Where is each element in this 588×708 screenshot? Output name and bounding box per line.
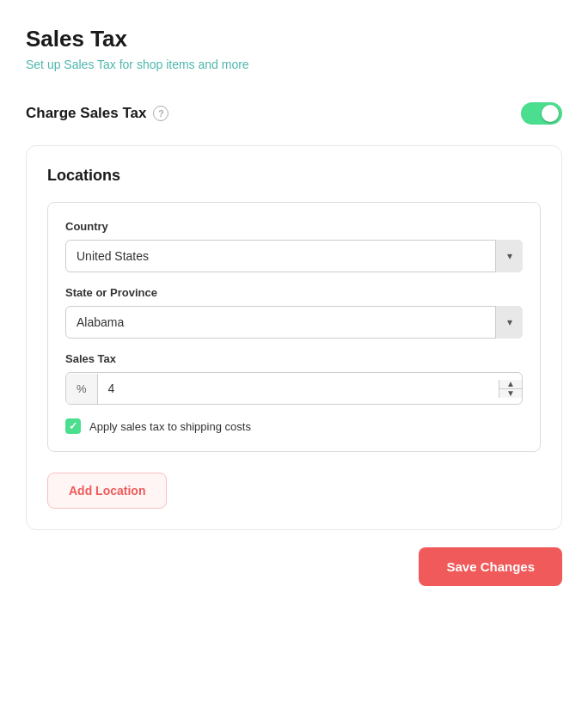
spinner-down-button[interactable]: ▼ (499, 389, 522, 398)
apply-shipping-checkbox[interactable] (65, 418, 81, 434)
tax-input[interactable] (98, 373, 499, 404)
apply-shipping-row: Apply sales tax to shipping costs (65, 418, 523, 434)
charge-tax-label: Charge Sales Tax ? (26, 105, 168, 122)
locations-card: Locations Country United States Canada U… (26, 145, 562, 530)
spinner-buttons: ▲ ▼ (499, 380, 522, 398)
charge-tax-toggle[interactable] (521, 102, 562, 125)
sales-tax-input-wrapper: % ▲ ▼ (65, 372, 523, 405)
state-select-wrapper: Alabama Alaska Arizona California Florid… (65, 306, 523, 339)
country-field-group: Country United States Canada United King… (65, 220, 523, 272)
charge-tax-text: Charge Sales Tax (26, 105, 146, 122)
add-location-button[interactable]: Add Location (47, 473, 167, 509)
state-select[interactable]: Alabama Alaska Arizona California Florid… (65, 306, 523, 339)
country-select-wrapper: United States Canada United Kingdom Aust… (65, 240, 523, 272)
save-row: Save Changes (26, 547, 562, 586)
state-label: State or Province (65, 286, 523, 299)
charge-tax-row: Charge Sales Tax ? (26, 102, 562, 125)
location-item: Country United States Canada United King… (47, 202, 541, 452)
apply-shipping-label: Apply sales tax to shipping costs (89, 420, 251, 433)
save-changes-button[interactable]: Save Changes (419, 547, 562, 586)
page-subtitle: Set up Sales Tax for shop items and more (26, 58, 562, 71)
sales-tax-field-group: Sales Tax % ▲ ▼ (65, 352, 523, 405)
country-label: Country (65, 220, 523, 233)
percent-label: % (66, 374, 98, 404)
country-select[interactable]: United States Canada United Kingdom Aust… (65, 240, 523, 272)
help-icon[interactable]: ? (153, 106, 168, 121)
page-title: Sales Tax (26, 26, 562, 52)
toggle-slider (521, 102, 562, 125)
spinner-up-button[interactable]: ▲ (499, 380, 522, 389)
sales-tax-label: Sales Tax (65, 352, 523, 365)
state-field-group: State or Province Alabama Alaska Arizona… (65, 286, 523, 339)
locations-title: Locations (47, 167, 541, 185)
